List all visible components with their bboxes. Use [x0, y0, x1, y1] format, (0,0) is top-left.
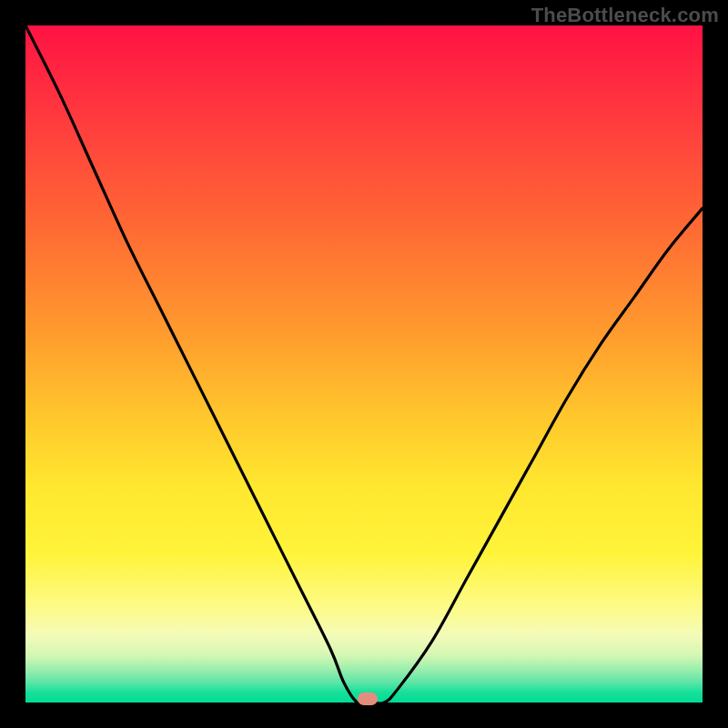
- watermark-text: TheBottleneck.com: [531, 4, 719, 27]
- minimum-marker: [358, 693, 378, 705]
- plot-area: [25, 25, 703, 703]
- chart-frame: TheBottleneck.com: [0, 0, 728, 728]
- bottleneck-curve: [25, 25, 703, 703]
